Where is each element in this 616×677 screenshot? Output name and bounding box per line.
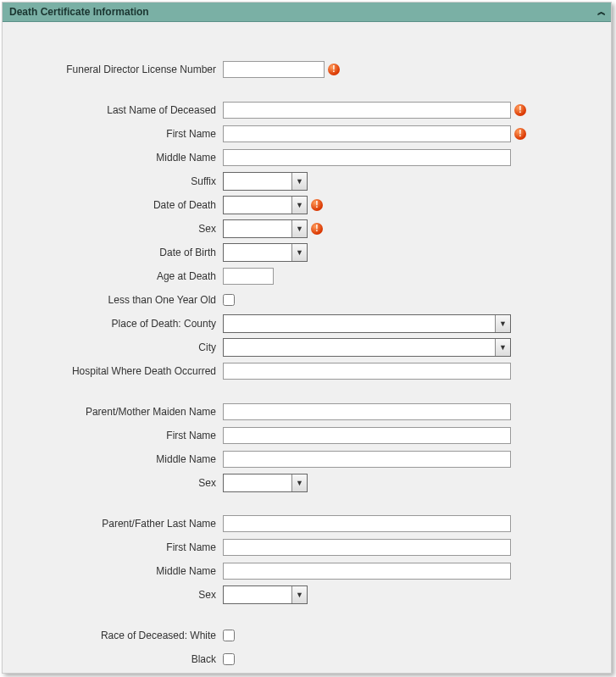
panel-header[interactable]: Death Certificate Information ︽ <box>3 3 611 22</box>
label-date-of-birth: Date of Birth <box>11 247 223 258</box>
chevron-down-icon: ▼ <box>291 474 307 491</box>
label-mother-first: First Name <box>11 430 223 441</box>
label-age-at-death: Age at Death <box>11 270 223 282</box>
label-race-black: Black <box>11 653 223 665</box>
suffix-select[interactable]: ▼ <box>223 172 308 191</box>
mother-sex-select[interactable]: ▼ <box>223 474 308 492</box>
required-icon: ! <box>328 64 340 75</box>
label-father-last: Parent/Father Last Name <box>11 518 223 530</box>
mother-middle-input[interactable] <box>223 451 511 468</box>
label-hospital: Hospital Where Death Occurred <box>11 365 223 377</box>
form-container: Death Certificate Information ︽ Funeral … <box>2 2 612 674</box>
chevron-down-icon: ▼ <box>291 244 307 261</box>
label-race-white: Race of Deceased: White <box>11 630 223 641</box>
chevron-down-icon: ▼ <box>495 339 510 356</box>
date-of-death-select[interactable]: ▼ <box>223 196 308 214</box>
father-last-input[interactable] <box>223 515 511 532</box>
required-icon: ! <box>311 199 323 211</box>
collapse-icon[interactable]: ︽ <box>597 6 604 18</box>
label-father-sex: Sex <box>11 589 223 601</box>
label-middle-name: Middle Name <box>11 152 223 164</box>
place-of-death-county-select[interactable]: ▼ <box>223 314 511 333</box>
father-first-input[interactable] <box>223 539 511 556</box>
required-icon: ! <box>311 223 323 235</box>
race-black-checkbox[interactable] <box>223 653 235 665</box>
label-first-name: First Name <box>11 128 223 140</box>
father-middle-input[interactable] <box>223 563 511 580</box>
chevron-down-icon: ▼ <box>291 197 307 214</box>
label-place-of-death-county: Place of Death: County <box>11 318 223 330</box>
required-icon: ! <box>514 104 526 116</box>
chevron-down-icon: ▼ <box>291 586 307 603</box>
sex-select[interactable]: ▼ <box>223 219 308 238</box>
label-last-name-deceased: Last Name of Deceased <box>11 104 223 116</box>
label-mother-maiden: Parent/Mother Maiden Name <box>11 406 223 418</box>
mother-maiden-input[interactable] <box>223 403 511 420</box>
label-sex: Sex <box>11 223 223 235</box>
last-name-deceased-input[interactable] <box>223 102 511 119</box>
required-icon: ! <box>514 128 526 140</box>
age-at-death-input[interactable] <box>223 268 274 285</box>
less-than-one-year-checkbox[interactable] <box>223 294 235 306</box>
label-date-of-death: Date of Death <box>11 199 223 211</box>
label-less-than-one-year: Less than One Year Old <box>11 294 223 306</box>
father-sex-select[interactable]: ▼ <box>223 585 308 604</box>
date-of-birth-select[interactable]: ▼ <box>223 243 308 262</box>
label-suffix: Suffix <box>11 175 223 187</box>
panel-title: Death Certificate Information <box>9 6 149 18</box>
panel-body: Funeral Director License Number ! Last N… <box>3 22 611 674</box>
label-mother-middle: Middle Name <box>11 453 223 465</box>
label-funeral-license: Funeral Director License Number <box>11 64 223 75</box>
city-select[interactable]: ▼ <box>223 338 511 357</box>
chevron-down-icon: ▼ <box>291 220 307 237</box>
label-father-first: First Name <box>11 541 223 553</box>
mother-first-input[interactable] <box>223 427 511 444</box>
label-mother-sex: Sex <box>11 477 223 489</box>
first-name-deceased-input[interactable] <box>223 125 511 142</box>
label-father-middle: Middle Name <box>11 565 223 577</box>
chevron-down-icon: ▼ <box>291 173 307 190</box>
middle-name-deceased-input[interactable] <box>223 149 511 166</box>
race-white-checkbox[interactable] <box>223 630 235 641</box>
chevron-down-icon: ▼ <box>495 315 510 332</box>
hospital-input[interactable] <box>223 363 511 380</box>
label-city: City <box>11 341 223 353</box>
funeral-license-input[interactable] <box>223 61 325 78</box>
